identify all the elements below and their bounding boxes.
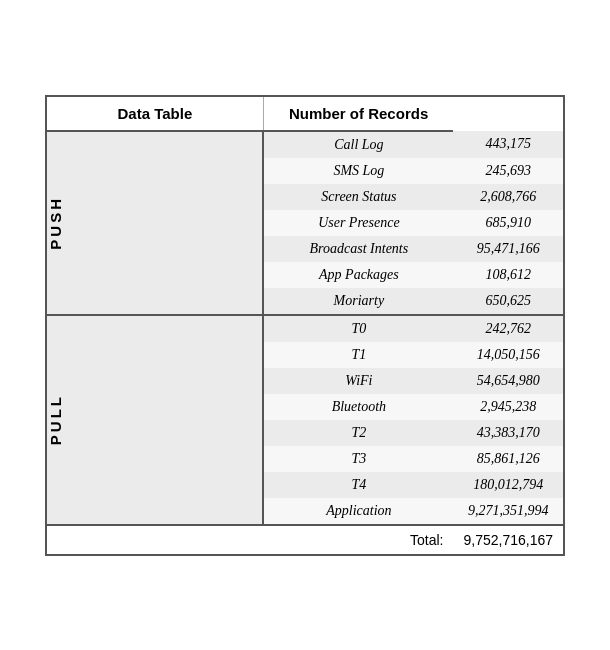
row-name: App Packages bbox=[263, 262, 453, 288]
row-value: 180,012,794 bbox=[453, 472, 563, 498]
row-name: WiFi bbox=[263, 368, 453, 394]
row-value: 242,762 bbox=[453, 315, 563, 342]
row-name: Application bbox=[263, 498, 453, 525]
row-value: 14,050,156 bbox=[453, 342, 563, 368]
row-name: Bluetooth bbox=[263, 394, 453, 420]
row-name: Moriarty bbox=[263, 288, 453, 315]
row-value: 108,612 bbox=[453, 262, 563, 288]
row-name: T4 bbox=[263, 472, 453, 498]
push-label: PUSH bbox=[47, 196, 64, 250]
row-name: Broadcast Intents bbox=[263, 236, 453, 262]
total-label: Total: bbox=[47, 525, 453, 554]
row-value: 443,175 bbox=[453, 131, 563, 158]
table-row: PULLT0242,762 bbox=[47, 315, 563, 342]
row-name: Call Log bbox=[263, 131, 453, 158]
push-label-cell: PUSH bbox=[47, 131, 263, 315]
row-value: 85,861,126 bbox=[453, 446, 563, 472]
row-name: T2 bbox=[263, 420, 453, 446]
row-value: 2,608,766 bbox=[453, 184, 563, 210]
row-name: T1 bbox=[263, 342, 453, 368]
row-value: 2,945,238 bbox=[453, 394, 563, 420]
header-col1: Data Table bbox=[47, 97, 263, 131]
row-value: 685,910 bbox=[453, 210, 563, 236]
total-row: Total:9,752,716,167 bbox=[47, 525, 563, 554]
row-name: Screen Status bbox=[263, 184, 453, 210]
data-table: Data Table Number of Records PUSHCall Lo… bbox=[47, 97, 563, 554]
row-value: 95,471,166 bbox=[453, 236, 563, 262]
row-name: SMS Log bbox=[263, 158, 453, 184]
row-name: T3 bbox=[263, 446, 453, 472]
total-value: 9,752,716,167 bbox=[453, 525, 563, 554]
header-col2: Number of Records bbox=[263, 97, 453, 131]
pull-label-cell: PULL bbox=[47, 315, 263, 525]
pull-label: PULL bbox=[47, 394, 64, 445]
row-value: 54,654,980 bbox=[453, 368, 563, 394]
row-value: 43,383,170 bbox=[453, 420, 563, 446]
table-row: PUSHCall Log443,175 bbox=[47, 131, 563, 158]
row-value: 9,271,351,994 bbox=[453, 498, 563, 525]
row-name: T0 bbox=[263, 315, 453, 342]
main-table-container: Data Table Number of Records PUSHCall Lo… bbox=[45, 95, 565, 556]
row-name: User Presence bbox=[263, 210, 453, 236]
row-value: 245,693 bbox=[453, 158, 563, 184]
row-value: 650,625 bbox=[453, 288, 563, 315]
